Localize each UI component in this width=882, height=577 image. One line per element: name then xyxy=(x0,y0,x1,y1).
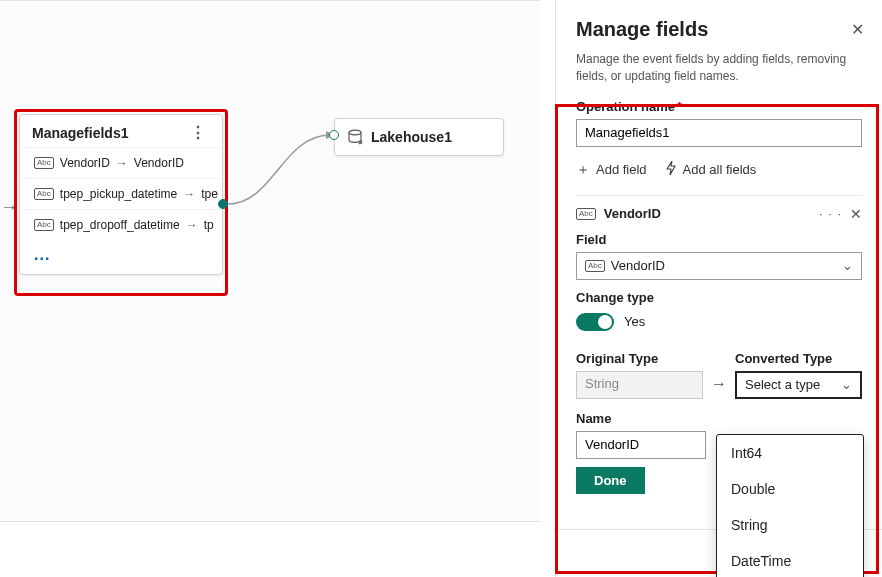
mapping-from: tpep_dropoff_datetime xyxy=(60,218,180,232)
bolt-icon xyxy=(665,161,677,178)
converted-type-placeholder: Select a type xyxy=(745,377,820,392)
type-dropdown: Int64 Double String DateTime xyxy=(716,434,864,577)
incoming-edge-arrow-icon: → xyxy=(0,197,18,218)
type-string-icon: Abc xyxy=(34,188,54,200)
add-all-label: Add all fields xyxy=(683,162,757,177)
mapping-from: tpep_pickup_datetime xyxy=(60,187,177,201)
original-type-label: Original Type xyxy=(576,351,703,366)
change-type-label: Change type xyxy=(576,290,862,305)
field-label: Field xyxy=(576,232,862,247)
node-managefields[interactable]: Managefields1 ⋮ Abc VendorID → VendorID … xyxy=(19,114,223,275)
field-mapping-row: Abc VendorID → VendorID xyxy=(20,147,222,178)
canvas-footer xyxy=(0,521,540,577)
converted-type-select[interactable]: Select a type ⌄ xyxy=(735,371,862,399)
panel-description: Manage the event fields by adding fields… xyxy=(576,51,862,85)
node-input-port[interactable] xyxy=(329,130,339,140)
arrow-icon: → xyxy=(116,156,128,170)
type-string-icon: Abc xyxy=(34,219,54,231)
close-icon[interactable]: ✕ xyxy=(851,20,864,39)
toggle-value: Yes xyxy=(624,314,645,329)
operation-name-input[interactable] xyxy=(576,119,862,147)
original-type-value: String xyxy=(576,371,703,399)
name-label: Name xyxy=(576,411,862,426)
field-name-input[interactable] xyxy=(576,431,706,459)
lakehouse-icon xyxy=(347,129,363,145)
mapping-to: VendorID xyxy=(134,156,184,170)
dropdown-option-string[interactable]: String xyxy=(717,507,863,543)
add-field-button[interactable]: ＋ Add field xyxy=(576,161,647,179)
plus-icon: ＋ xyxy=(576,161,590,179)
dropdown-option-datetime[interactable]: DateTime xyxy=(717,543,863,577)
manage-fields-panel: Manage fields ✕ Manage the event fields … xyxy=(555,0,882,577)
arrow-icon: → xyxy=(711,375,727,399)
field-more-icon[interactable]: · · · xyxy=(819,206,842,221)
field-remove-icon[interactable]: ✕ xyxy=(850,206,862,222)
field-mapping-row: Abc tpep_pickup_datetime → tpe xyxy=(20,178,222,209)
node-more-icon[interactable]: ⋮ xyxy=(186,129,210,137)
done-button[interactable]: Done xyxy=(576,467,645,494)
operation-name-label: Operation name* xyxy=(576,99,862,114)
type-string-icon: Abc xyxy=(576,208,596,220)
edge-connector xyxy=(223,121,335,211)
dropdown-option-double[interactable]: Double xyxy=(717,471,863,507)
field-select[interactable]: Abc VendorID ⌄ xyxy=(576,252,862,280)
add-field-label: Add field xyxy=(596,162,647,177)
mapping-to: tp xyxy=(204,218,214,232)
more-fields-indicator[interactable]: ... xyxy=(20,240,222,274)
change-type-toggle[interactable] xyxy=(576,313,614,331)
node-lakehouse[interactable]: Lakehouse1 xyxy=(334,118,504,156)
chevron-down-icon: ⌄ xyxy=(841,377,852,392)
panel-title: Manage fields xyxy=(576,18,862,41)
type-string-icon: Abc xyxy=(585,260,605,272)
node-title: Managefields1 xyxy=(32,125,128,141)
mapping-to: tpe xyxy=(201,187,218,201)
arrow-icon: → xyxy=(183,187,195,201)
mapping-from: VendorID xyxy=(60,156,110,170)
field-mapping-row: Abc tpep_dropoff_datetime → tp xyxy=(20,209,222,240)
dropdown-option-int64[interactable]: Int64 xyxy=(717,435,863,471)
type-string-icon: Abc xyxy=(34,157,54,169)
arrow-icon: → xyxy=(186,218,198,232)
node-title: Lakehouse1 xyxy=(371,129,452,145)
field-select-value: VendorID xyxy=(611,258,665,273)
converted-type-label: Converted Type xyxy=(735,351,862,366)
add-all-fields-button[interactable]: Add all fields xyxy=(665,161,757,179)
svg-point-1 xyxy=(349,130,361,135)
chevron-down-icon: ⌄ xyxy=(842,258,853,273)
canvas[interactable]: → Managefields1 ⋮ Abc VendorID → VendorI… xyxy=(0,0,540,577)
field-block-name: VendorID xyxy=(604,206,661,221)
